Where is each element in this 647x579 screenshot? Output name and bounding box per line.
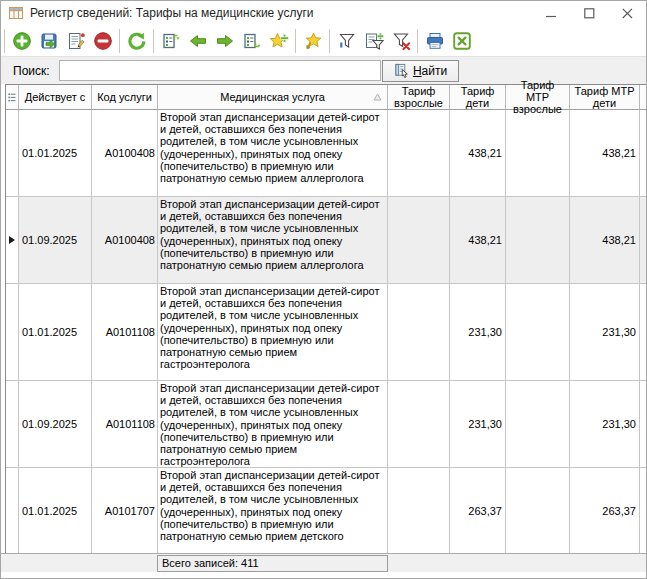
print-button[interactable]: [421, 28, 448, 54]
cell-service-name: Второй этап диспансеризации детей-сирот …: [158, 197, 388, 284]
refresh-button[interactable]: [123, 28, 150, 54]
filter-button[interactable]: [333, 28, 360, 54]
current-row-marker: [9, 236, 15, 244]
find-icon: [394, 63, 409, 78]
cell-tariff-adults: [388, 284, 450, 381]
table-register-icon: [8, 5, 24, 21]
column-header-service-label: Медицинская услуга: [220, 91, 325, 103]
export-excel-button[interactable]: [448, 28, 475, 54]
cell-tariff-children: 263,37: [450, 468, 506, 554]
cell-tariff-mtr-adults: [506, 468, 570, 554]
delete-button[interactable]: [89, 28, 116, 54]
minimize-button[interactable]: [532, 1, 570, 25]
grid-footer: Всего записей: 411: [1, 553, 646, 572]
cell-tariff-mtr-children: 231,30: [570, 381, 640, 468]
cell-overflow: [640, 284, 646, 381]
close-button[interactable]: [608, 1, 646, 25]
star-add-button[interactable]: [265, 28, 292, 54]
star-arrow-icon: [303, 31, 323, 51]
save-icon: [39, 31, 59, 51]
search-label: Поиск:: [13, 64, 59, 78]
table-row[interactable]: 01.01.2025 A0101707 Второй этап диспансе…: [6, 468, 646, 554]
cell-valid-from: 01.01.2025: [19, 468, 92, 554]
cell-service-name: Второй этап диспансеризации детей-сирот …: [158, 381, 388, 468]
row-selector-cell[interactable]: [6, 381, 19, 468]
title-bar: Регистр сведений: Тарифы на медицинские …: [1, 1, 646, 25]
cell-tariff-adults: [388, 468, 450, 554]
column-header-service[interactable]: Медицинская услуга: [158, 85, 388, 110]
window-title: Регистр сведений: Тарифы на медицинские …: [30, 6, 314, 20]
refresh-icon: [127, 31, 147, 51]
toolbar-separator: [295, 29, 296, 53]
cell-service-code: A0100408: [92, 110, 158, 197]
cell-valid-from: 01.01.2025: [19, 284, 92, 381]
table-row[interactable]: 01.09.2025 A0101108 Второй этап диспансе…: [6, 381, 646, 468]
filter-edit-button[interactable]: [360, 28, 387, 54]
column-header-service-code[interactable]: Код услуги: [92, 85, 158, 110]
cell-overflow: [640, 110, 646, 197]
next-record-button[interactable]: [211, 28, 238, 54]
column-header-tariff-children[interactable]: Тариф дети: [450, 85, 506, 110]
cell-overflow: [640, 381, 646, 468]
edit-icon: [66, 31, 86, 51]
arrow-left-icon: [188, 31, 208, 51]
column-header-valid-from[interactable]: Действует с: [19, 85, 92, 110]
toolbar-separator: [153, 29, 154, 53]
grid-header: Действует с Код услуги Медицинская услуг…: [6, 85, 646, 110]
table-row[interactable]: 01.01.2025 A0101108 Второй этап диспансе…: [6, 284, 646, 381]
add-button[interactable]: [8, 28, 35, 54]
sort-ascending-icon: [373, 93, 382, 101]
column-header-tariff-mtr-adults[interactable]: Тариф МТР взрослые: [506, 85, 570, 110]
list-next-button[interactable]: [238, 28, 265, 54]
filter-document-icon: [364, 31, 384, 51]
filter-clear-icon: [391, 31, 411, 51]
row-menu-icon: [8, 92, 16, 103]
cell-service-code: A0101108: [92, 284, 158, 381]
row-selector-cell[interactable]: [6, 110, 19, 197]
row-selector-cell[interactable]: [6, 284, 19, 381]
star-plus-icon: [269, 31, 289, 51]
save-button[interactable]: [35, 28, 62, 54]
row-indicator-header[interactable]: [6, 85, 19, 110]
maximize-button[interactable]: [570, 1, 608, 25]
cell-tariff-mtr-children: 438,21: [570, 197, 640, 284]
add-icon: [12, 31, 32, 51]
cell-service-code: A0101108: [92, 381, 158, 468]
table-row[interactable]: 01.09.2025 A0100408 Второй этап диспансе…: [6, 197, 646, 284]
excel-icon: [452, 31, 472, 51]
find-button[interactable]: Найти: [382, 60, 459, 82]
filter-clear-button[interactable]: [387, 28, 414, 54]
cell-tariff-adults: [388, 381, 450, 468]
list-prev-button[interactable]: [157, 28, 184, 54]
window-controls: [532, 1, 646, 25]
prev-record-button[interactable]: [184, 28, 211, 54]
cell-tariff-adults: [388, 110, 450, 197]
star-go-button[interactable]: [299, 28, 326, 54]
cell-overflow: [640, 197, 646, 284]
cell-tariff-children: 231,30: [450, 284, 506, 381]
list-arrow-down-icon: [242, 31, 262, 51]
cell-tariff-adults: [388, 197, 450, 284]
cell-service-name: Второй этап диспансеризации детей-сирот …: [158, 284, 388, 381]
cell-tariff-mtr-adults: [506, 381, 570, 468]
column-header-tariff-mtr-children[interactable]: Тариф МТР дети: [570, 85, 640, 110]
search-input[interactable]: [59, 60, 381, 81]
records-grid: Действует с Код услуги Медицинская услуг…: [5, 84, 646, 554]
cell-tariff-children: 438,21: [450, 197, 506, 284]
edit-button[interactable]: [62, 28, 89, 54]
column-header-tariff-adults[interactable]: Тариф взрослые: [388, 85, 450, 110]
cell-valid-from: 01.09.2025: [19, 381, 92, 468]
toolbar-grip: [4, 29, 5, 53]
cell-overflow: [640, 468, 646, 554]
row-selector-cell[interactable]: [6, 197, 19, 284]
toolbar: [1, 25, 646, 56]
toolbar-separator: [329, 29, 330, 53]
filter-icon: [337, 31, 357, 51]
cell-tariff-mtr-children: 231,30: [570, 284, 640, 381]
cell-service-code: A0100408: [92, 197, 158, 284]
cell-service-name: Второй этап диспансеризации детей-сирот …: [158, 468, 388, 554]
row-selector-cell[interactable]: [6, 468, 19, 554]
table-row[interactable]: 01.01.2025 A0100408 Второй этап диспансе…: [6, 110, 646, 197]
print-icon: [425, 31, 445, 51]
cell-tariff-children: 231,30: [450, 381, 506, 468]
